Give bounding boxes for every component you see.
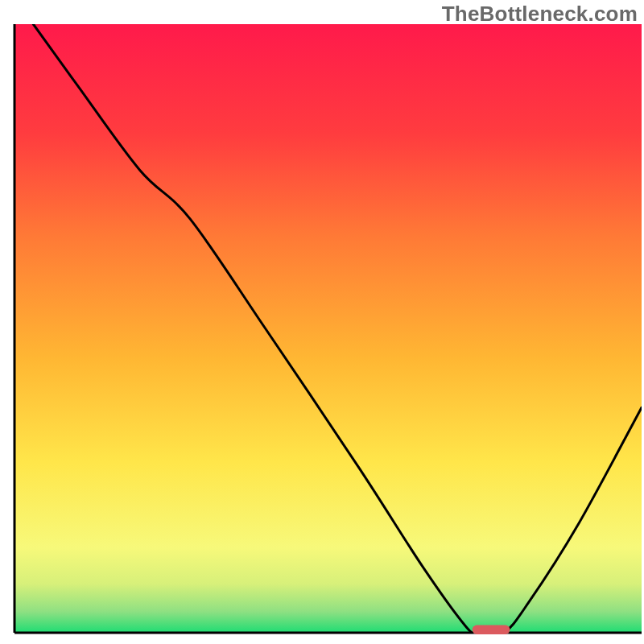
chart-svg — [0, 0, 644, 644]
chart-stage: TheBottleneck.com — [0, 0, 644, 644]
gradient-background — [14, 24, 642, 633]
watermark-text: TheBottleneck.com — [442, 2, 638, 27]
optimal-marker — [473, 625, 510, 634]
